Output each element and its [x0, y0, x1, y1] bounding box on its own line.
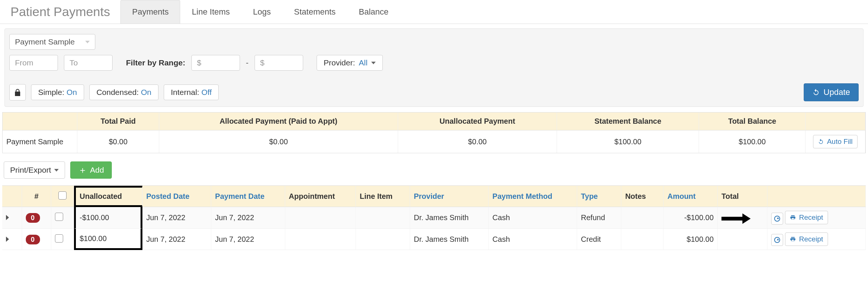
tabs: Payments Line Items Logs Statements Bala…	[120, 0, 400, 24]
provider-value: All	[359, 58, 367, 67]
col-check	[51, 186, 74, 207]
summary-header-total-balance: Total Balance	[699, 112, 806, 130]
summary-total-balance: $100.00	[699, 130, 806, 153]
cell-posted-date: Jun 7, 2022	[142, 207, 211, 229]
col-payment-date[interactable]: Payment Date	[211, 186, 285, 207]
col-actions	[767, 186, 866, 207]
receipt-button[interactable]: Receipt	[785, 211, 828, 224]
chevron-down-icon	[85, 41, 90, 43]
payment-sample-dropdown[interactable]: Payment Sample	[9, 34, 95, 50]
cell-payment-method: Cash	[489, 229, 577, 250]
summary-header-blank	[3, 112, 77, 130]
add-button[interactable]: ＋ Add	[70, 161, 112, 179]
summary-statement-balance: $100.00	[557, 130, 699, 153]
actions-row: Print/Export ＋ Add	[4, 161, 864, 179]
from-date-input[interactable]	[9, 55, 58, 71]
cell-amount: $100.00	[664, 229, 718, 250]
col-posted-date[interactable]: Posted Date	[142, 186, 211, 207]
col-payment-method[interactable]: Payment Method	[489, 186, 577, 207]
cell-appointment	[285, 229, 356, 250]
col-provider[interactable]: Provider	[410, 186, 489, 207]
print-icon	[790, 215, 796, 221]
print-export-label: Print/Export	[10, 166, 51, 175]
print-icon	[790, 236, 796, 242]
col-unallocated: Unallocated	[74, 186, 142, 207]
col-amount[interactable]: Amount	[664, 186, 718, 207]
tab-logs[interactable]: Logs	[241, 0, 283, 24]
add-label: Add	[90, 166, 104, 175]
expand-row-icon[interactable]	[6, 215, 9, 220]
expand-row-icon[interactable]	[6, 237, 9, 242]
update-button[interactable]: Update	[804, 83, 859, 101]
cell-payment-date: Jun 7, 2022	[211, 207, 285, 229]
simple-toggle[interactable]: Simple: On	[31, 84, 84, 100]
tab-balance[interactable]: Balance	[347, 0, 400, 24]
row-checkbox[interactable]	[55, 234, 63, 243]
select-all-checkbox[interactable]	[58, 191, 67, 200]
col-type[interactable]: Type	[577, 186, 621, 207]
receipt-label: Receipt	[799, 213, 823, 222]
summary-header-statement-balance: Statement Balance	[557, 112, 699, 130]
cell-payment-method: Cash	[489, 207, 577, 229]
condensed-toggle[interactable]: Condensed: On	[89, 84, 158, 100]
col-notes: Notes	[621, 186, 664, 207]
row-action-button[interactable]	[771, 213, 783, 225]
header-bar: Patient Payments Payments Line Items Log…	[0, 0, 868, 24]
col-appointment: Appointment	[285, 186, 356, 207]
cell-total	[718, 229, 767, 250]
col-hash: #	[22, 186, 52, 207]
filter-panel: Payment Sample Filter by Range: - Provid…	[4, 28, 864, 107]
col-expand	[2, 186, 22, 207]
col-total: Total	[718, 186, 767, 207]
summary-header-unallocated: Unallocated Payment	[398, 112, 557, 130]
dropdown-label: Payment Sample	[15, 37, 75, 46]
payments-table: # Unallocated Posted Date Payment Date A…	[2, 185, 866, 250]
row-checkbox[interactable]	[55, 213, 63, 221]
auto-fill-label: Auto Fill	[827, 138, 853, 146]
simple-value: On	[67, 88, 77, 96]
summary-header-allocated: Allocated Payment (Paid to Appt)	[159, 112, 398, 130]
receipt-button[interactable]: Receipt	[785, 232, 828, 246]
print-export-button[interactable]: Print/Export	[4, 161, 65, 179]
summary-name: Payment Sample	[3, 130, 77, 153]
tab-line-items[interactable]: Line Items	[180, 0, 241, 24]
cell-payment-date: Jun 7, 2022	[211, 229, 285, 250]
receipt-label: Receipt	[799, 235, 823, 243]
internal-toggle[interactable]: Internal: Off	[164, 84, 219, 100]
range-max-input[interactable]	[255, 55, 303, 71]
cell-provider: Dr. James Smith	[410, 229, 489, 250]
cell-amount: -$100.00	[664, 207, 718, 229]
provider-dropdown[interactable]: Provider: All	[317, 55, 383, 71]
table-row: 0 $100.00 Jun 7, 2022 Jun 7, 2022 Dr. Ja…	[2, 229, 866, 250]
summary-table: Total Paid Allocated Payment (Paid to Ap…	[2, 112, 866, 153]
cell-provider: Dr. James Smith	[410, 207, 489, 229]
range-separator: -	[246, 58, 249, 67]
row-action-button[interactable]	[771, 234, 783, 246]
cell-notes	[621, 207, 664, 229]
refresh-icon	[818, 139, 824, 145]
plus-icon: ＋	[78, 166, 87, 175]
cell-total	[718, 207, 767, 229]
summary-unallocated: $0.00	[398, 130, 557, 153]
circled-arrow-icon	[774, 237, 780, 243]
to-date-input[interactable]	[64, 55, 113, 71]
auto-fill-button[interactable]: Auto Fill	[813, 135, 858, 148]
cell-notes	[621, 229, 664, 250]
lock-button[interactable]	[9, 84, 26, 101]
chevron-down-icon	[54, 169, 59, 172]
cell-type: Credit	[577, 229, 621, 250]
lock-icon	[14, 89, 21, 96]
range-min-input[interactable]	[191, 55, 240, 71]
tab-statements[interactable]: Statements	[283, 0, 347, 24]
update-label: Update	[824, 87, 850, 97]
table-row: 0 -$100.00 Jun 7, 2022 Jun 7, 2022 Dr. J…	[2, 207, 866, 229]
condensed-label: Condensed:	[96, 88, 139, 96]
summary-header-actions	[806, 112, 865, 130]
tab-payments[interactable]: Payments	[120, 0, 180, 24]
row-badge: 0	[26, 235, 40, 244]
annotation-arrow-icon	[721, 215, 751, 221]
condensed-value: On	[141, 88, 151, 96]
circled-arrow-icon	[774, 216, 780, 222]
simple-label: Simple:	[38, 88, 64, 96]
row-badge: 0	[26, 213, 40, 223]
